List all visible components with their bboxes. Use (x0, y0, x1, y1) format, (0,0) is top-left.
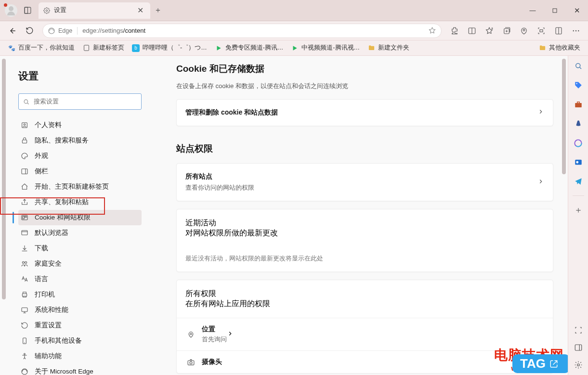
other-bookmarks[interactable]: 其他收藏夹 (536, 42, 583, 53)
svg-rect-17 (22, 140, 26, 143)
svg-rect-26 (22, 308, 27, 311)
sidebar-item-label: 共享、复制和粘贴 (35, 198, 89, 207)
sidebar-item-sidebar[interactable]: 侧栏 (18, 164, 142, 179)
sidebar-item-lock[interactable]: 隐私、搜索和服务 (18, 133, 142, 148)
briefcase-icon[interactable] (573, 99, 584, 110)
sidebar-item-label: 系统和性能 (35, 306, 68, 314)
sidebar-item-cookie[interactable]: Cookie 和网站权限 (18, 210, 142, 225)
sidebar-item-label: 打印机 (35, 290, 55, 299)
svg-point-7 (523, 29, 525, 31)
new-tab-button[interactable]: ＋ (150, 5, 166, 15)
settings-content: Cookie 和已存储数据 在设备上保存 cookie 和数据，以便在站点和会话… (154, 56, 568, 375)
collections-icon[interactable] (498, 23, 515, 39)
download-icon (20, 245, 29, 252)
bookmark-item[interactable]: 🐾百度一下，你就知道 (5, 42, 78, 53)
edge-label: Edge (58, 27, 72, 34)
nav-back-button[interactable] (4, 23, 20, 39)
sidebar-item-label: 外观 (35, 152, 48, 160)
page-favicon-icon (82, 44, 90, 52)
bookmark-item[interactable]: 中视频频道-腾讯视… (288, 42, 363, 53)
sidebar-item-edge[interactable]: 关于 Microsoft Edge (18, 364, 142, 375)
price-tag-icon[interactable] (573, 80, 584, 91)
content-scrollbar[interactable] (561, 56, 568, 375)
reset-icon (20, 322, 29, 329)
add-favorite-icon[interactable] (481, 23, 497, 39)
workspaces-icon[interactable] (21, 6, 34, 14)
bookmark-item[interactable]: 新建文件夹 (365, 42, 412, 53)
svg-point-23 (22, 261, 24, 263)
sidebar-item-label: 家庭安全 (35, 259, 62, 268)
screenshot-tool-icon[interactable] (573, 325, 584, 336)
tab-close-icon[interactable]: ✕ (135, 5, 145, 16)
favorite-star-icon[interactable] (428, 26, 436, 35)
window-close[interactable]: ✕ (566, 0, 588, 21)
screenshot-icon[interactable] (533, 23, 549, 39)
sidebar-settings-icon[interactable] (573, 360, 584, 370)
profile-avatar[interactable] (5, 4, 17, 17)
bookmark-item[interactable]: 免费专区频道-腾讯… (212, 42, 287, 53)
window-minimize[interactable]: — (522, 0, 544, 21)
sidebar-item-family[interactable]: 家庭安全 (18, 256, 142, 272)
search-icon[interactable] (573, 61, 584, 71)
svg-rect-40 (575, 345, 582, 350)
settings-search-input[interactable]: 搜索设置 (18, 93, 142, 110)
gear-icon (43, 7, 50, 14)
sidebar-item-download[interactable]: 下载 (18, 241, 142, 256)
tab-title: 设置 (54, 6, 135, 14)
card-recent-activity: 近期活动 对网站权限所做的最新更改 最近没有活动，网站权限的最新更改将显示在此处 (176, 209, 553, 272)
browser-tab-active[interactable]: 设置 ✕ (39, 2, 150, 19)
share-icon (20, 198, 29, 206)
sidebar-item-perf[interactable]: 系统和性能 (18, 302, 142, 318)
search-placeholder: 搜索设置 (34, 97, 59, 106)
cookie-icon (20, 214, 29, 221)
permission-row-camera[interactable]: 摄像头 (177, 350, 553, 373)
svg-rect-22 (22, 231, 27, 235)
reader-icon[interactable] (550, 23, 567, 39)
sidebar-item-phone[interactable]: 手机和其他设备 (18, 333, 142, 349)
address-bar[interactable]: Edge edge://settings /content (42, 24, 442, 38)
printer-icon (20, 291, 29, 298)
sidebar-item-share[interactable]: 共享、复制和粘贴 (18, 194, 142, 210)
location-icon (185, 330, 196, 338)
copilot-icon[interactable] (573, 138, 584, 148)
card-all-sites[interactable]: 所有站点 查看你访问的网站的权限 (176, 163, 553, 201)
svg-point-28 (24, 353, 26, 355)
svg-point-10 (573, 30, 574, 31)
svg-point-2 (46, 10, 48, 12)
browser-side-panel: ＋ (568, 56, 588, 375)
sidebar-item-profile[interactable]: 个人资料 (18, 117, 142, 133)
browser-essentials-icon[interactable] (516, 23, 532, 39)
sidebar-item-lang[interactable]: 语言 (18, 272, 142, 287)
sidebar-item-palette[interactable]: 外观 (18, 148, 142, 164)
bookmark-item[interactable]: 新建标签页 (79, 42, 127, 53)
nav-refresh-button[interactable] (21, 23, 38, 39)
svg-point-16 (24, 124, 25, 125)
games-icon[interactable] (573, 118, 584, 129)
recent-empty-text: 最近没有活动，网站权限的最新更改将显示在此处 (177, 247, 553, 272)
sidebar-toggle-icon[interactable] (573, 342, 584, 353)
add-sidebar-app-icon[interactable]: ＋ (573, 205, 584, 215)
camera-icon (185, 358, 196, 366)
permission-row-location[interactable]: 位置 首先询问 (177, 318, 553, 350)
sidebar-item-reset[interactable]: 重置设置 (18, 318, 142, 333)
outlook-icon[interactable] (573, 157, 584, 168)
site-identity[interactable]: Edge (48, 27, 72, 35)
sidebar-item-browser[interactable]: 默认浏览器 (18, 225, 142, 241)
sidebar-item-printer[interactable]: 打印机 (18, 287, 142, 302)
more-menu-icon[interactable] (568, 23, 584, 39)
section-title-site-permissions: 站点权限 (176, 142, 553, 155)
edge-icon (20, 368, 29, 375)
bookmark-item[interactable]: b哔哩哔哩（゜-゜）つ… (129, 42, 210, 53)
telegram-icon[interactable] (573, 176, 584, 187)
extensions-icon[interactable] (446, 23, 463, 39)
sidebar-item-label: 侧栏 (35, 167, 48, 176)
section-title-cookies: Cookie 和已存储数据 (176, 63, 553, 75)
svg-point-41 (577, 364, 579, 366)
window-maximize[interactable] (544, 0, 566, 21)
split-screen-icon[interactable] (464, 23, 480, 39)
svg-point-34 (576, 83, 577, 84)
lock-icon (20, 137, 29, 144)
sidebar-item-access[interactable]: 辅助功能 (18, 349, 142, 364)
sidebar-item-home[interactable]: 开始、主页和新建标签页 (18, 179, 142, 194)
card-manage-cookies[interactable]: 管理和删除 cookie 和站点数据 (176, 99, 553, 126)
